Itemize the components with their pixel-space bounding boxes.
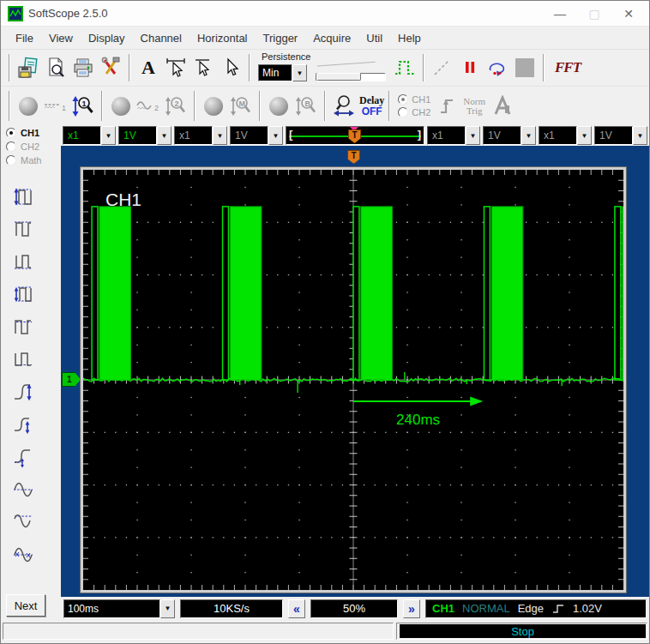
trigger-source-ch2-radio[interactable]: CH2 (398, 107, 430, 117)
ch1-probe-dropdown[interactable]: x1 ▼ (63, 126, 116, 145)
chevron-down-icon[interactable]: ▼ (521, 126, 536, 145)
ch2-waveform-button[interactable]: 2 (135, 93, 162, 120)
ref-vertical-zoom-button[interactable]: B (292, 93, 320, 120)
pause-button[interactable] (456, 54, 484, 81)
radio-icon[interactable] (6, 141, 16, 152)
chevron-down-icon[interactable]: ▼ (268, 126, 283, 145)
ref-volts-dropdown[interactable]: 1V ▼ (594, 126, 647, 145)
delay-indicator[interactable]: Delay OFF (359, 95, 384, 117)
next-button[interactable]: Next (6, 594, 45, 617)
horizontal-zoom-button[interactable] (330, 93, 358, 120)
square-peak-to-peak-icon (10, 184, 36, 208)
ref-enable-button[interactable] (265, 93, 292, 120)
continuous-acquire-button[interactable] (484, 54, 511, 81)
rise-time-button[interactable] (6, 378, 40, 405)
cursor-plain-button[interactable] (217, 54, 244, 81)
trigger-position-slider[interactable]: [ ] T (286, 126, 424, 145)
close-button[interactable]: ✕ (611, 3, 646, 25)
print-preview-button[interactable] (42, 54, 69, 81)
menu-view[interactable]: View (41, 29, 81, 47)
persistence-slider[interactable] (314, 62, 388, 84)
cursor-hbar-button[interactable] (162, 54, 190, 81)
trigger-marker-icon[interactable] (492, 95, 515, 117)
trigger-source-ch1-radio[interactable]: CH1 (398, 94, 430, 105)
edge-amplitude-button[interactable] (6, 411, 40, 437)
menu-file[interactable]: File (8, 29, 41, 47)
save-button[interactable] (15, 54, 42, 81)
math-probe-value: x1 (427, 126, 466, 145)
square-amplitude-button[interactable] (6, 280, 40, 307)
trigger-thumb[interactable]: T (348, 129, 361, 143)
draw-line-button[interactable] (429, 54, 456, 81)
text-annotation-button[interactable]: A (135, 54, 162, 81)
square-peak-to-peak-button[interactable] (6, 183, 40, 209)
ch2-enable-button[interactable] (107, 93, 135, 120)
menu-trigger[interactable]: Trigger (256, 29, 306, 47)
chevron-down-icon[interactable]: ▼ (633, 126, 647, 145)
menu-acquire[interactable]: Acquire (305, 29, 358, 47)
chevron-down-icon[interactable]: ▼ (101, 126, 116, 145)
chevron-down-icon[interactable]: ▼ (160, 599, 175, 618)
sidebar-channel-ch1-radio[interactable]: CH1 (6, 128, 61, 138)
radio-icon[interactable] (398, 94, 408, 105)
math-enable-button[interactable] (200, 93, 227, 120)
radio-icon[interactable] (6, 155, 16, 166)
sine-peak-icon (10, 510, 36, 534)
ch1-volts-dropdown[interactable]: 1V ▼ (118, 126, 172, 145)
ch1-enable-button[interactable] (15, 93, 42, 120)
edge-slope-icon[interactable] (437, 96, 456, 117)
minimize-button[interactable]: — (543, 3, 577, 25)
ch1-vertical-zoom-button[interactable]: 1 (69, 93, 97, 120)
chevron-down-icon[interactable]: ▼ (292, 64, 307, 81)
square-low-level-button[interactable] (6, 248, 40, 274)
maximize-button[interactable]: ▢ (577, 3, 611, 25)
radio-icon[interactable] (398, 107, 408, 117)
pan-left-button[interactable]: « (288, 599, 305, 618)
square-top-level-button[interactable] (6, 313, 40, 340)
menu-util[interactable]: Util (358, 29, 390, 47)
edge-midpoint-button[interactable] (6, 443, 40, 470)
chevron-down-icon[interactable]: ▼ (577, 126, 592, 145)
separator (543, 54, 545, 81)
print-button[interactable] (69, 54, 97, 81)
settings-tools-button[interactable] (97, 54, 124, 81)
timebase-value: 100ms (63, 599, 160, 618)
ch2-volts-dropdown[interactable]: 1V ▼ (230, 126, 283, 145)
stop-acquire-button[interactable] (511, 54, 539, 81)
menu-display[interactable]: Display (81, 29, 133, 47)
menu-horizontal[interactable]: Horizontal (190, 29, 256, 47)
ref-probe-dropdown[interactable]: x1 ▼ (539, 126, 592, 145)
ch2-vertical-zoom-button[interactable]: 2 (162, 93, 190, 120)
chevron-down-icon[interactable]: ▼ (157, 126, 172, 145)
chevron-down-icon[interactable]: ▼ (213, 126, 227, 145)
sine-rms-button[interactable] (6, 541, 40, 568)
sidebar-channel-math-radio[interactable]: Math (6, 155, 61, 166)
ch1-ground-marker[interactable]: 1 (62, 372, 81, 387)
svg-text:B: B (305, 99, 311, 107)
trigger-time-marker[interactable]: T (347, 150, 360, 164)
slider-left-bracket: [ (289, 128, 292, 141)
math-vertical-zoom-button[interactable]: M (227, 93, 255, 120)
sine-mean-button[interactable] (6, 476, 40, 503)
square-high-level-button[interactable] (6, 215, 40, 242)
sidebar-channel-ch2-radio[interactable]: CH2 (6, 141, 61, 152)
square-base-level-button[interactable] (6, 346, 40, 372)
slider-thumb[interactable] (316, 73, 361, 81)
edge-midpoint-icon (10, 445, 36, 469)
pan-right-button[interactable]: » (403, 599, 420, 618)
math-probe-dropdown[interactable]: x1 ▼ (427, 126, 480, 145)
chevron-down-icon[interactable]: ▼ (466, 126, 480, 145)
math-volts-dropdown[interactable]: 1V ▼ (483, 126, 536, 145)
acquire-waveform-button[interactable] (391, 54, 418, 81)
timebase-dropdown[interactable]: 100ms ▼ (63, 599, 175, 618)
fft-button[interactable]: FFT (549, 54, 587, 81)
ch2-probe-dropdown[interactable]: x1 ▼ (174, 126, 227, 145)
sine-peak-button[interactable] (6, 509, 40, 535)
radio-icon[interactable] (6, 128, 16, 138)
persistence-dropdown[interactable]: Min ▼ (258, 64, 307, 81)
ch1-waveform-button[interactable]: 1 (42, 93, 69, 120)
scope-screen[interactable]: 240msCH1 (81, 167, 626, 593)
menu-channel[interactable]: Channel (133, 29, 190, 47)
cursor-bar-button[interactable] (190, 54, 217, 81)
menu-help[interactable]: Help (390, 29, 429, 47)
